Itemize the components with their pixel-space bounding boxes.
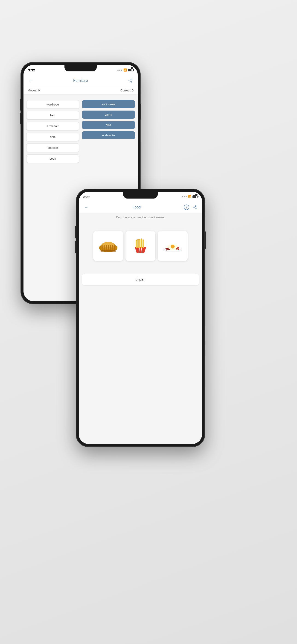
- svg-rect-15: [104, 245, 105, 251]
- nav-bar-front: ← Food ?: [79, 202, 202, 213]
- wifi-icon-back: 📶: [124, 68, 127, 72]
- food-card-egg[interactable]: [158, 231, 188, 261]
- word-silla[interactable]: silla: [82, 121, 135, 129]
- svg-line-9: [194, 206, 195, 207]
- fries-icon: [129, 237, 152, 255]
- svg-line-8: [194, 208, 195, 208]
- phone-front: 3:32 📶 ← Food ?: [76, 189, 205, 447]
- svg-rect-20: [114, 246, 115, 251]
- word-desvan[interactable]: el desván: [82, 131, 135, 139]
- scene: 3:32 📶 ← Furniture: [0, 0, 297, 644]
- status-icons-front: 📶: [182, 195, 198, 198]
- svg-point-43: [176, 248, 178, 250]
- word-list-left: wardrobe bed armchair attic bedside book: [26, 100, 79, 163]
- power-button[interactable]: [140, 104, 141, 120]
- svg-rect-30: [138, 239, 139, 240]
- word-book[interactable]: book: [26, 154, 79, 163]
- egg-icon: [161, 237, 184, 255]
- share-button-front[interactable]: [192, 204, 198, 210]
- power-front[interactable]: [205, 232, 206, 249]
- vol-down-front[interactable]: [75, 241, 76, 253]
- back-button-front[interactable]: ←: [83, 204, 89, 210]
- camera-front: [195, 194, 198, 196]
- word-bed[interactable]: bed: [26, 111, 79, 120]
- svg-rect-27: [141, 239, 142, 248]
- time-back: 3:32: [28, 68, 35, 72]
- word-armchair[interactable]: armchair: [26, 122, 79, 130]
- wifi-icon-front: 📶: [188, 195, 191, 198]
- svg-point-5: [195, 206, 196, 207]
- moves-label: Moves: 0: [28, 89, 40, 92]
- svg-point-38: [171, 244, 175, 248]
- svg-rect-19: [112, 245, 113, 251]
- svg-point-0: [131, 79, 132, 80]
- signal-dots-back: [118, 70, 122, 71]
- svg-rect-24: [136, 240, 137, 248]
- share-button-back[interactable]: [127, 78, 134, 84]
- word-attic[interactable]: attic: [26, 133, 79, 141]
- word-sofa-cama[interactable]: sofá cama: [82, 100, 135, 108]
- svg-rect-17: [108, 245, 109, 251]
- word-columns: wardrobe bed armchair attic bedside book…: [24, 97, 138, 166]
- food-card-fries[interactable]: [126, 231, 156, 261]
- status-icons-back: 📶: [118, 68, 133, 72]
- help-button[interactable]: ?: [184, 204, 189, 210]
- svg-point-44: [178, 249, 179, 250]
- notch-back: [64, 65, 97, 72]
- nav-title-front: Food: [89, 205, 184, 209]
- nav-bar-back: ← Furniture: [24, 75, 138, 86]
- svg-rect-32: [141, 238, 142, 240]
- signal-dots-front: [182, 196, 187, 198]
- svg-rect-14: [102, 245, 103, 251]
- answer-text: el pan: [136, 278, 146, 282]
- instruction-text: Drag the image over the correct answer: [79, 213, 202, 220]
- svg-rect-33: [142, 240, 144, 240]
- svg-rect-13: [100, 246, 101, 251]
- nav-title-back: Furniture: [34, 78, 127, 83]
- svg-rect-31: [139, 239, 140, 240]
- svg-rect-16: [106, 245, 107, 251]
- svg-line-4: [130, 80, 131, 80]
- back-button-back[interactable]: ←: [28, 78, 34, 84]
- food-screen: 3:32 📶 ← Food ?: [79, 192, 202, 444]
- vol-up-front[interactable]: [75, 226, 76, 238]
- bread-icon: [97, 237, 120, 255]
- word-cama[interactable]: cama: [82, 110, 135, 118]
- svg-rect-18: [110, 245, 111, 251]
- word-list-right: sofá cama cama silla el desván: [82, 100, 135, 163]
- svg-line-3: [130, 81, 131, 82]
- svg-rect-21: [100, 250, 116, 252]
- svg-point-7: [195, 208, 196, 209]
- correct-label: Correct: 0: [120, 89, 134, 92]
- time-front: 3:32: [83, 195, 90, 199]
- vol-up-button[interactable]: [20, 99, 21, 110]
- vol-down-button[interactable]: [20, 113, 21, 124]
- svg-rect-28: [142, 240, 144, 248]
- word-bedside[interactable]: bedside: [26, 144, 79, 152]
- svg-point-39: [172, 246, 173, 247]
- stats-bar: Moves: 0 Correct: 0: [24, 86, 138, 95]
- camera-back: [131, 67, 133, 69]
- food-answer-bar: el pan: [82, 274, 199, 286]
- svg-point-6: [193, 207, 194, 208]
- svg-point-1: [129, 80, 130, 81]
- food-images-row: [79, 227, 202, 265]
- svg-rect-25: [138, 239, 139, 248]
- word-wardrobe[interactable]: wardrobe: [26, 100, 79, 109]
- food-card-bread[interactable]: [93, 231, 123, 261]
- notch-front: [123, 192, 158, 198]
- svg-point-2: [131, 81, 132, 82]
- svg-rect-29: [136, 240, 137, 241]
- svg-rect-26: [139, 240, 140, 248]
